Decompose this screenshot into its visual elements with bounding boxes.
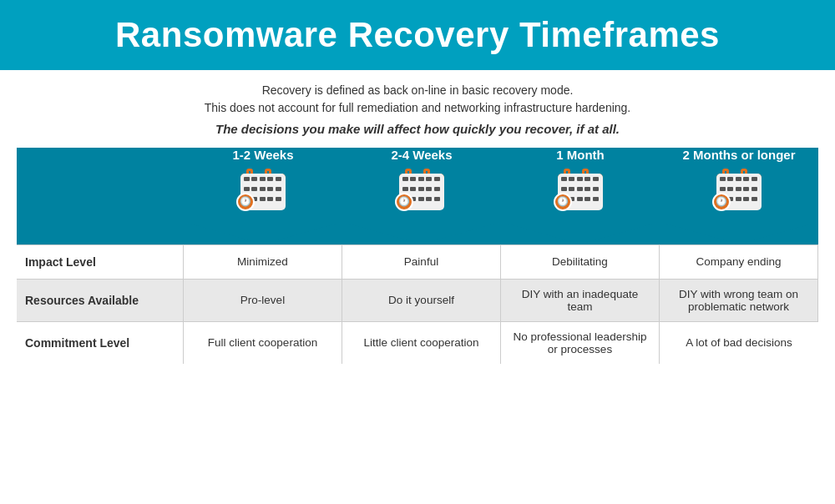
- resources-cell-4: DIY with wrong team on problematic netwo…: [660, 279, 818, 321]
- header-bar: Ransomware Recovery Timeframes: [0, 0, 835, 70]
- subtitle-italic: The decisions you make will affect how q…: [17, 120, 818, 139]
- impact-cell-1: Minimized: [184, 244, 342, 279]
- subtitle-section: Recovery is defined as back on-line in b…: [0, 70, 835, 148]
- subtitle-line1: Recovery is defined as back on-line in b…: [17, 82, 818, 99]
- empty-header-cell: [17, 148, 184, 244]
- col-header-3: 1 Month 🕐: [501, 148, 660, 244]
- col-header-1: 1-2 Weeks 🕐: [184, 148, 342, 244]
- calendar-icon-2: 🕐: [397, 167, 447, 213]
- resources-cell-1: Pro-level: [184, 279, 342, 321]
- calendar-icon-4: 🕐: [714, 167, 764, 213]
- commitment-cell-1: Full client cooperation: [184, 321, 342, 364]
- col-header-4: 2 Months or longer 🕐: [660, 148, 818, 244]
- impact-cell-4: Company ending: [660, 244, 818, 279]
- resources-cell-2: Do it yourself: [342, 279, 501, 321]
- subtitle-line2: This does not account for full remediati…: [17, 99, 818, 117]
- calendar-icon-3: 🕐: [555, 167, 605, 213]
- commitment-cell-3: No professional leadership or processes: [501, 321, 660, 364]
- row-label-commitment: Commitment Level: [17, 321, 184, 364]
- commitment-cell-2: Little client cooperation: [342, 321, 501, 364]
- row-label-impact: Impact Level: [17, 244, 184, 279]
- impact-cell-2: Painful: [342, 244, 501, 279]
- page-title: Ransomware Recovery Timeframes: [17, 15, 818, 55]
- row-label-resources: Resources Available: [17, 279, 184, 321]
- commitment-cell-4: A lot of bad decisions: [660, 321, 818, 364]
- main-table: 1-2 Weeks 🕐 2-4 Weeks: [0, 148, 835, 372]
- impact-cell-3: Debilitating: [501, 244, 660, 279]
- col-header-2: 2-4 Weeks 🕐: [342, 148, 501, 244]
- calendar-icon-1: 🕐: [238, 167, 288, 213]
- table-grid: 1-2 Weeks 🕐 2-4 Weeks: [17, 148, 818, 364]
- resources-cell-3: DIY with an inadequate team: [501, 279, 660, 321]
